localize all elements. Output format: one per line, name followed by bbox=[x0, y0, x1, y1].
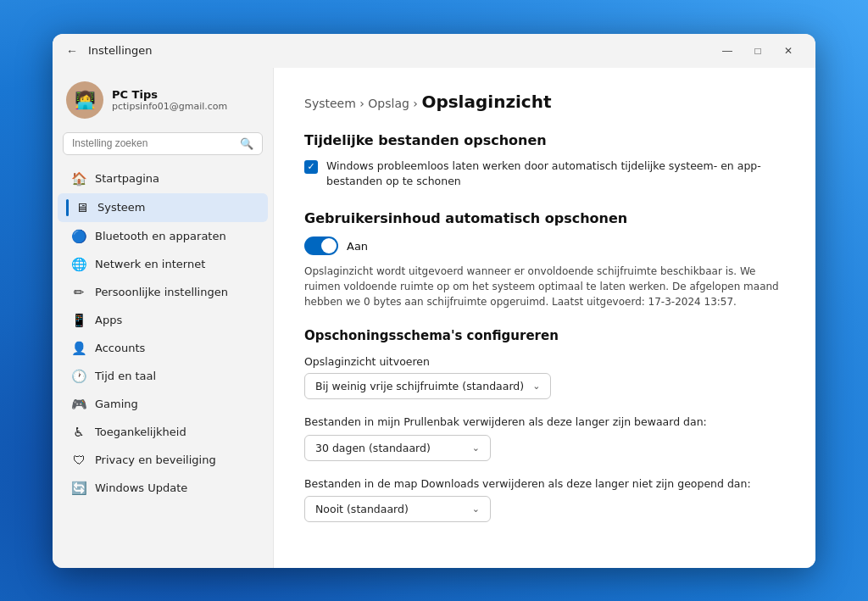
main-content: Systeem › Opslag › Opslaginzicht Tijdeli… bbox=[273, 68, 815, 568]
update-icon: 🔄 bbox=[71, 481, 86, 496]
user-name: PC Tips bbox=[112, 88, 227, 101]
checkbox-tijdelijke[interactable]: ✓ bbox=[304, 160, 318, 174]
sidebar-item-netwerk[interactable]: 🌐Netwerk en internet bbox=[58, 251, 268, 278]
sidebar-item-label-update: Windows Update bbox=[95, 481, 187, 494]
sidebar-item-bluetooth[interactable]: 🔵Bluetooth en apparaten bbox=[58, 223, 268, 250]
sidebar-item-systeem[interactable]: 🖥Systeem bbox=[58, 193, 268, 222]
active-indicator bbox=[66, 199, 69, 216]
dropdown1-label: Opslaginzicht uitvoeren bbox=[304, 355, 785, 368]
persoonlijk-icon: ✏️ bbox=[71, 285, 86, 300]
accounts-icon: 👤 bbox=[71, 341, 86, 356]
checkbox-check-icon: ✓ bbox=[307, 161, 314, 172]
toegankelijkheid-icon: ♿ bbox=[71, 425, 86, 440]
chevron-down-icon-3: ⌄ bbox=[472, 504, 480, 515]
dropdown2[interactable]: 30 dagen (standaard) ⌄ bbox=[304, 435, 491, 461]
sidebar-item-privacy[interactable]: 🛡Privacy en beveiliging bbox=[58, 447, 268, 474]
breadcrumb-sep2: › bbox=[409, 97, 422, 110]
dropdown2-label: Bestanden in mijn Prullenbak verwijderen… bbox=[304, 415, 785, 430]
sidebar-item-label-gaming: Gaming bbox=[95, 398, 138, 410]
breadcrumb: Systeem › Opslag › Opslaginzicht bbox=[304, 92, 785, 112]
sidebar-item-tijd[interactable]: 🕐Tijd en taal bbox=[58, 363, 268, 390]
sidebar-item-toegankelijkheid[interactable]: ♿Toegankelijkheid bbox=[58, 419, 268, 446]
search-input[interactable] bbox=[72, 137, 235, 149]
settings-window: ← Instellingen — □ ✕ 👩‍💻 PC Tips pctipsi… bbox=[53, 34, 815, 568]
user-area: 👩‍💻 PC Tips pctipsinfo01@gmail.com bbox=[53, 75, 273, 132]
sidebar-item-gaming[interactable]: 🎮Gaming bbox=[58, 391, 268, 418]
avatar: 👩‍💻 bbox=[66, 81, 103, 119]
breadcrumb-sep1: › bbox=[356, 97, 369, 110]
toggle-knob bbox=[321, 238, 337, 253]
apps-icon: 📱 bbox=[71, 313, 86, 328]
section-title-tijdelijke: Tijdelijke bestanden opschonen bbox=[304, 132, 785, 148]
gebruikers-description: Opslaginzicht wordt uitgevoerd wanneer e… bbox=[304, 264, 785, 309]
maximize-button[interactable]: □ bbox=[744, 41, 771, 61]
search-bar[interactable]: 🔍 bbox=[63, 132, 263, 155]
dropdown3-label: Bestanden in de map Downloads verwijdere… bbox=[304, 476, 785, 492]
dropdown1-value: Bij weinig vrije schijfruimte (standaard… bbox=[315, 380, 524, 392]
chevron-down-icon: ⌄ bbox=[532, 381, 540, 392]
sidebar-item-label-netwerk: Netwerk en internet bbox=[95, 258, 205, 270]
sidebar-item-startpagina[interactable]: 🏠Startpagina bbox=[58, 165, 268, 192]
window-title: Instellingen bbox=[88, 44, 153, 57]
subsection-title-schema: Opschoningsschema's configureren bbox=[304, 328, 785, 343]
toggle-label: Aan bbox=[347, 240, 368, 253]
privacy-icon: 🛡 bbox=[71, 453, 86, 468]
toggle-gebruikers[interactable] bbox=[304, 237, 338, 255]
sidebar-item-update[interactable]: 🔄Windows Update bbox=[58, 475, 268, 502]
user-info: PC Tips pctipsinfo01@gmail.com bbox=[112, 88, 227, 112]
dropdown3-value: Nooit (standaard) bbox=[315, 503, 409, 515]
title-bar-left: ← Instellingen bbox=[66, 44, 153, 58]
toggle-row: Aan bbox=[304, 237, 785, 255]
tijd-icon: 🕐 bbox=[71, 369, 86, 384]
sidebar-item-accounts[interactable]: 👤Accounts bbox=[58, 335, 268, 362]
netwerk-icon: 🌐 bbox=[71, 257, 86, 272]
minimize-button[interactable]: — bbox=[714, 41, 741, 61]
dropdown2-value: 30 dagen (standaard) bbox=[315, 442, 431, 454]
window-body: 👩‍💻 PC Tips pctipsinfo01@gmail.com 🔍 🏠St… bbox=[53, 68, 815, 568]
user-email: pctipsinfo01@gmail.com bbox=[112, 101, 227, 112]
startpagina-icon: 🏠 bbox=[71, 171, 86, 186]
section-title-gebruikers: Gebruikersinhoud automatisch opschonen bbox=[304, 210, 785, 226]
sidebar: 👩‍💻 PC Tips pctipsinfo01@gmail.com 🔍 🏠St… bbox=[53, 68, 273, 568]
sidebar-item-apps[interactable]: 📱Apps bbox=[58, 307, 268, 334]
sidebar-item-label-tijd: Tijd en taal bbox=[95, 370, 156, 382]
systeem-icon: 🖥 bbox=[74, 200, 89, 215]
title-bar-controls: — □ ✕ bbox=[714, 41, 802, 61]
nav-list: 🏠Startpagina🖥Systeem🔵Bluetooth en appara… bbox=[53, 165, 273, 502]
sidebar-item-label-accounts: Accounts bbox=[95, 342, 145, 354]
close-button[interactable]: ✕ bbox=[775, 41, 802, 61]
sidebar-item-label-privacy: Privacy en beveiliging bbox=[95, 454, 216, 466]
sidebar-item-label-bluetooth: Bluetooth en apparaten bbox=[95, 230, 226, 242]
sidebar-item-label-toegankelijkheid: Toegankelijkheid bbox=[95, 426, 186, 438]
search-icon: 🔍 bbox=[240, 137, 253, 150]
dropdown1[interactable]: Bij weinig vrije schijfruimte (standaard… bbox=[304, 373, 551, 399]
breadcrumb-current: Opslaginzicht bbox=[421, 92, 551, 112]
chevron-down-icon-2: ⌄ bbox=[472, 442, 480, 454]
title-bar: ← Instellingen — □ ✕ bbox=[53, 34, 815, 68]
sidebar-item-label-startpagina: Startpagina bbox=[95, 172, 159, 185]
checkbox-row-tijdelijke: ✓ Windows probleemloos laten werken door… bbox=[304, 159, 785, 191]
dropdown3[interactable]: Nooit (standaard) ⌄ bbox=[304, 496, 491, 522]
sidebar-item-persoonlijk[interactable]: ✏️Persoonlijke instellingen bbox=[58, 279, 268, 306]
breadcrumb-part2: Opslag bbox=[368, 97, 409, 110]
checkbox-tijdelijke-label: Windows probleemloos laten werken door a… bbox=[326, 159, 785, 191]
breadcrumb-part1: Systeem bbox=[304, 97, 356, 110]
back-button[interactable]: ← bbox=[66, 44, 78, 58]
sidebar-item-label-systeem: Systeem bbox=[97, 201, 145, 214]
sidebar-item-label-apps: Apps bbox=[95, 314, 122, 326]
bluetooth-icon: 🔵 bbox=[71, 229, 86, 244]
gaming-icon: 🎮 bbox=[71, 397, 86, 412]
sidebar-item-label-persoonlijk: Persoonlijke instellingen bbox=[95, 286, 228, 298]
